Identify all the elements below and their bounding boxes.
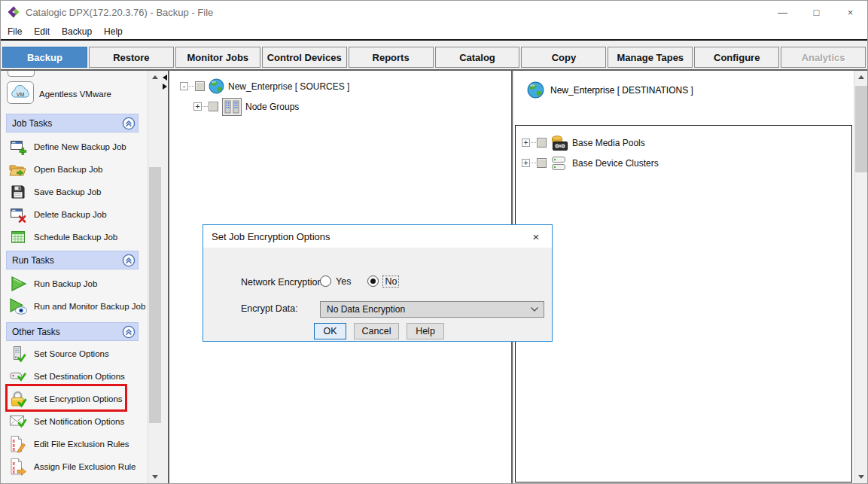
sidebar-item-set-destination-options[interactable]: Set Destination Options xyxy=(1,365,148,388)
sidebar-item-label: Delete Backup Job xyxy=(34,210,107,219)
sidebar-item-edit-file-exclusion-rules[interactable]: x x x Edit File Exclusion Rules xyxy=(1,433,148,455)
chevron-double-up-icon[interactable] xyxy=(122,117,136,130)
window-controls: — □ × xyxy=(766,1,867,23)
sidebar-item-label: Run Backup Job xyxy=(34,279,97,288)
collapse-expander[interactable]: - xyxy=(180,82,188,90)
sidebar-item-run-backup-job[interactable]: Run Backup Job xyxy=(1,272,148,295)
checkbox[interactable] xyxy=(537,138,547,148)
titlebar: Catalogic DPX(172.20.3.76) - Backup - Fi… xyxy=(1,1,867,23)
tab-backup[interactable]: Backup xyxy=(2,47,87,68)
scroll-down-arrow[interactable] xyxy=(854,470,867,483)
scroll-up-arrow[interactable] xyxy=(854,71,867,84)
sidebar-item-open-backup-job[interactable]: Open Backup Job xyxy=(1,158,148,181)
dialog-titlebar: Set Job Encryption Options × xyxy=(203,225,552,248)
destinations-scrollbar-thumb[interactable] xyxy=(855,86,867,172)
tree-node-node-groups[interactable]: + xyxy=(169,96,511,117)
svg-text:VM: VM xyxy=(17,92,25,97)
checkbox[interactable] xyxy=(195,81,205,91)
minimize-button[interactable]: — xyxy=(766,1,799,23)
padlock-check-icon xyxy=(8,390,29,408)
server-check-icon xyxy=(8,345,29,363)
tab-bar: Backup Restore Monitor Jobs Control Devi… xyxy=(1,41,867,68)
globe-icon xyxy=(527,81,544,99)
sidebar-item-run-and-monitor-backup-job[interactable]: Run and Monitor Backup Job xyxy=(1,295,148,318)
exclusion-assign-icon: x x x xyxy=(8,458,29,476)
tab-reports[interactable]: Reports xyxy=(349,47,434,68)
section-header-job-tasks: Job Tasks xyxy=(6,114,139,132)
sidebar-item-define-new-backup-job[interactable]: Define New Backup Job xyxy=(1,135,148,158)
scroll-down-arrow[interactable] xyxy=(148,470,161,483)
sidebar-item-assign-file-exclusion-rule[interactable]: x x x Assign File Exclusion Rule xyxy=(1,455,148,478)
svg-text:x: x xyxy=(12,469,15,474)
close-button[interactable]: × xyxy=(833,1,867,23)
sidebar-item-label: Set Notification Options xyxy=(34,417,124,426)
scroll-up-arrow[interactable] xyxy=(148,71,161,84)
radio-no[interactable] xyxy=(367,275,379,287)
chevron-double-up-icon[interactable] xyxy=(122,254,136,267)
tab-copy[interactable]: Copy xyxy=(521,47,606,68)
play-monitor-icon xyxy=(8,297,29,315)
sidebar-item-save-backup-job[interactable]: Save Backup Job xyxy=(1,181,148,203)
help-button[interactable]: Help xyxy=(407,323,444,339)
destinations-panel: New_Enterprise [ DESTINATIONS ] + xyxy=(514,71,854,483)
encrypt-data-dropdown-value: No Data Encryption xyxy=(327,304,530,315)
sidebar-item-label: Set Source Options xyxy=(34,349,109,358)
encrypt-data-dropdown[interactable]: No Data Encryption xyxy=(320,301,544,318)
expand-expander[interactable]: + xyxy=(522,139,530,147)
sidebar-scrollbar[interactable] xyxy=(148,71,161,483)
radio-yes[interactable] xyxy=(320,275,331,287)
splitter-collapse-arrows[interactable] xyxy=(163,75,168,90)
radio-no-label[interactable]: No xyxy=(383,276,398,287)
tab-control-devices[interactable]: Control Devices xyxy=(262,47,347,68)
sidebar-item-set-encryption-options[interactable]: Set Encryption Options xyxy=(1,388,148,410)
play-icon xyxy=(8,275,29,293)
chevron-double-up-icon[interactable] xyxy=(122,325,136,339)
destinations-scrollbar[interactable] xyxy=(854,71,867,483)
checkbox[interactable] xyxy=(209,102,218,111)
tree-node-label[interactable]: Base Device Clusters xyxy=(572,158,659,169)
destinations-tree: + xyxy=(515,125,852,482)
tab-manage-tapes[interactable]: Manage Tapes xyxy=(608,47,693,68)
tab-catalog[interactable]: Catalog xyxy=(435,47,520,68)
sidebar-item-label: Edit File Exclusion Rules xyxy=(34,440,129,449)
tab-monitor-jobs[interactable]: Monitor Jobs xyxy=(175,47,260,68)
network-encryption-radio-group: Yes No xyxy=(320,275,398,287)
tree-node-base-device-clusters[interactable]: + Base Device Clusters xyxy=(522,153,851,173)
calendar-icon xyxy=(8,230,29,245)
tree-node-new-enterprise-sources[interactable]: - New_Enterprise [ SOURCES ] xyxy=(169,76,511,96)
tree-node-base-media-pools[interactable]: + xyxy=(522,132,851,153)
maximize-button[interactable]: □ xyxy=(799,1,833,23)
radio-yes-label[interactable]: Yes xyxy=(336,276,351,287)
tree-node-label[interactable]: New_Enterprise [ SOURCES ] xyxy=(228,81,349,92)
expand-expander[interactable]: + xyxy=(193,102,202,111)
sidebar-item-agentless-vmware[interactable]: VM Agentless VMware xyxy=(1,81,148,108)
sidebar-item-set-notification-options[interactable]: Set Notification Options xyxy=(1,410,148,433)
section-title: Run Tasks xyxy=(12,255,54,266)
cancel-button[interactable]: Cancel xyxy=(354,323,399,339)
floppy-disk-icon xyxy=(8,184,29,199)
sidebar-item-schedule-backup-job[interactable]: Schedule Backup Job xyxy=(1,226,148,248)
ok-button[interactable]: OK xyxy=(314,323,346,339)
destinations-root[interactable]: New_Enterprise [ DESTINATIONS ] xyxy=(527,81,693,99)
tree-node-label[interactable]: Node Groups xyxy=(245,102,299,112)
svg-text:x: x xyxy=(13,446,16,452)
sidebar-item-set-source-options[interactable]: Set Source Options xyxy=(1,342,148,365)
splitter-left-arrow-icon[interactable] xyxy=(163,75,167,81)
splitter-right-arrow-icon[interactable] xyxy=(163,84,167,90)
expand-expander[interactable]: + xyxy=(522,159,530,167)
section-header-other-tasks: Other Tasks xyxy=(6,322,139,341)
dialog-close-button[interactable]: × xyxy=(520,225,552,248)
menu-help[interactable]: Help xyxy=(104,26,123,37)
device-clusters-icon xyxy=(550,155,568,172)
menu-file[interactable]: File xyxy=(8,26,22,37)
menu-edit[interactable]: Edit xyxy=(34,26,50,37)
tree-node-label[interactable]: Base Media Pools xyxy=(572,138,645,148)
checkbox[interactable] xyxy=(537,158,547,168)
menu-backup[interactable]: Backup xyxy=(62,26,92,37)
tab-configure[interactable]: Configure xyxy=(694,47,779,68)
destinations-root-label[interactable]: New_Enterprise [ DESTINATIONS ] xyxy=(550,85,693,96)
sidebar-scrollbar-thumb[interactable] xyxy=(149,167,161,423)
tab-restore[interactable]: Restore xyxy=(89,47,174,68)
sidebar-item-delete-backup-job[interactable]: Delete Backup Job xyxy=(1,203,148,226)
catalogic-logo-icon xyxy=(8,6,20,18)
